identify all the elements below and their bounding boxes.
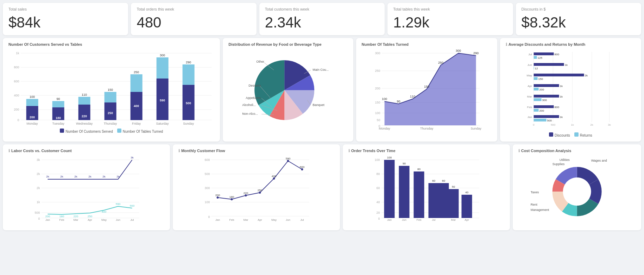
- chart-customers-vs-tables: Number Of Customers Served vs Tables 1k …: [3, 38, 220, 142]
- bar-feb-orders: [413, 171, 424, 218]
- svg-text:60: 60: [432, 179, 435, 182]
- bar-jul-discounts: [533, 52, 554, 55]
- svg-text:100: 100: [374, 158, 380, 162]
- svg-text:Jan: Jan: [45, 218, 50, 221]
- svg-text:110: 110: [410, 95, 415, 98]
- svg-text:0: 0: [208, 215, 210, 219]
- label-mar: Mar: [527, 95, 532, 98]
- chart-labor-costs-title: ℹLabor Costs vs. Customer Count: [8, 149, 164, 153]
- svg-text:90: 90: [397, 100, 400, 103]
- svg-text:500: 500: [551, 123, 556, 126]
- svg-text:40: 40: [465, 191, 468, 194]
- label-jul: Jul: [528, 53, 532, 56]
- svg-text:Jun: Jun: [402, 218, 406, 221]
- svg-text:290: 290: [473, 51, 479, 55]
- label-jul-returns: 125: [537, 56, 542, 60]
- kpi-total-tables: Total tables this week 1.29k: [387, 3, 513, 35]
- svg-text:500: 500: [130, 204, 135, 207]
- label-apr-discounts: 1k: [560, 85, 563, 88]
- label-may: May: [526, 74, 532, 77]
- label-desserts: Desserts: [248, 84, 261, 87]
- svg-text:0: 0: [533, 123, 535, 126]
- kpi-discounts-value: $8.32k: [522, 14, 636, 31]
- svg-text:Monday: Monday: [379, 127, 390, 130]
- customers-line: [48, 206, 132, 214]
- bar-jul-orders: [428, 183, 439, 218]
- svg-text:300: 300: [204, 186, 210, 190]
- svg-text:600: 600: [204, 158, 210, 162]
- label-mar-returns: 300: [542, 99, 547, 102]
- svg-text:80: 80: [417, 168, 421, 171]
- svg-text:100: 100: [387, 156, 392, 159]
- chart-order-trends-title: ℹOrder Trends Over Time: [348, 149, 504, 153]
- svg-text:Apr: Apr: [258, 218, 262, 221]
- svg-text:2k: 2k: [37, 186, 40, 190]
- svg-text:Jan: Jan: [387, 218, 392, 221]
- kpi-total-sales: Total sales $84k: [3, 3, 128, 35]
- svg-text:Jul: Jul: [130, 218, 134, 221]
- labor-costs-svg: 3k 2k 2k 1k 500 0 2k 2k 2k 2k 2k: [8, 155, 164, 221]
- bar-mar2-orders: [448, 189, 459, 218]
- svg-text:Sunday: Sunday: [183, 122, 194, 125]
- chart-avg-discounts-title: ℹAverage Discounts and Returns by Month: [506, 42, 636, 47]
- svg-text:Friday: Friday: [132, 122, 141, 125]
- customers-vs-tables-legend: Number Of Customers Served Number Of Tab…: [8, 129, 214, 133]
- svg-text:290: 290: [186, 61, 191, 64]
- label-may-returns: 150: [538, 77, 543, 81]
- svg-text:50: 50: [377, 118, 380, 122]
- bar-tuesday-tables: [52, 101, 64, 107]
- bar-jun-returns: [533, 67, 534, 69]
- label-non-alcoholic: Non-Alco...: [242, 112, 258, 115]
- bar-mar-orders: [438, 183, 449, 218]
- svg-text:Feb: Feb: [416, 218, 421, 221]
- svg-text:Jul: Jul: [300, 218, 304, 221]
- svg-text:500: 500: [300, 165, 305, 169]
- svg-text:150: 150: [108, 88, 113, 92]
- label-feb-discounts: 800: [554, 106, 559, 109]
- svg-text:Wednesday: Wednesday: [76, 122, 93, 125]
- kpi-total-tables-label: Total tables this week: [393, 7, 507, 11]
- svg-text:50: 50: [452, 185, 455, 188]
- kpi-discounts-label: Discounts in $: [522, 7, 636, 11]
- kpi-total-sales-label: Total sales: [8, 7, 122, 11]
- kpi-total-customers-label: Total customers this week: [265, 7, 379, 11]
- bar-feb-returns: [533, 109, 538, 112]
- svg-text:May: May: [101, 218, 107, 221]
- svg-text:110: 110: [82, 93, 87, 96]
- chart-labor-costs: ℹLabor Costs vs. Customer Count 3k 2k 2k…: [3, 144, 170, 230]
- chart-revenue-distribution: Distribution of Revenue by Food or Bever…: [223, 38, 353, 142]
- svg-text:90: 90: [57, 97, 60, 101]
- svg-text:100: 100: [204, 200, 210, 204]
- svg-text:3k: 3k: [37, 158, 40, 162]
- label-apr-returns: 200: [539, 88, 544, 91]
- info-icon-cost: ℹ: [518, 149, 520, 153]
- svg-text:0: 0: [18, 118, 19, 122]
- svg-text:60: 60: [376, 186, 380, 190]
- svg-text:0: 0: [38, 217, 40, 220]
- svg-text:500: 500: [204, 172, 210, 176]
- chart-revenue-distribution-title: Distribution of Revenue by Food or Bever…: [228, 42, 347, 46]
- svg-text:Jul: Jul: [432, 218, 435, 221]
- label-feb: Feb: [527, 106, 532, 109]
- svg-text:590: 590: [116, 202, 121, 206]
- bar-jun-discounts: [533, 63, 564, 66]
- svg-text:Jan: Jan: [215, 218, 220, 221]
- chart-cost-composition-title: ℹCost Composition Analysis: [518, 149, 636, 153]
- svg-text:100: 100: [382, 97, 387, 101]
- chart-avg-discounts: ℹAverage Discounts and Returns by Month …: [500, 38, 641, 142]
- info-icon-orders: ℹ: [348, 149, 350, 153]
- label-rent: Rent: [530, 203, 537, 206]
- chart-tables-turned: Number Of Tables Turned 300 250 200 150 …: [356, 38, 497, 142]
- discounts-returns-legend: Discounts Returns: [506, 132, 636, 137]
- svg-text:200: 200: [215, 194, 220, 197]
- tables-turned-svg: 300 250 200 150 100 50 0 100 90 110 150 …: [362, 48, 492, 132]
- label-taxes: Taxes: [530, 190, 539, 194]
- svg-text:Thursday: Thursday: [420, 127, 433, 130]
- svg-text:Mar: Mar: [74, 218, 78, 221]
- svg-text:0: 0: [378, 217, 380, 220]
- svg-text:Apr: Apr: [88, 218, 92, 221]
- bar-jan-returns: [533, 119, 546, 121]
- svg-text:250: 250: [108, 111, 113, 115]
- svg-text:90: 90: [403, 162, 406, 165]
- chart-customers-vs-tables-title: Number Of Customers Served vs Tables: [8, 42, 214, 46]
